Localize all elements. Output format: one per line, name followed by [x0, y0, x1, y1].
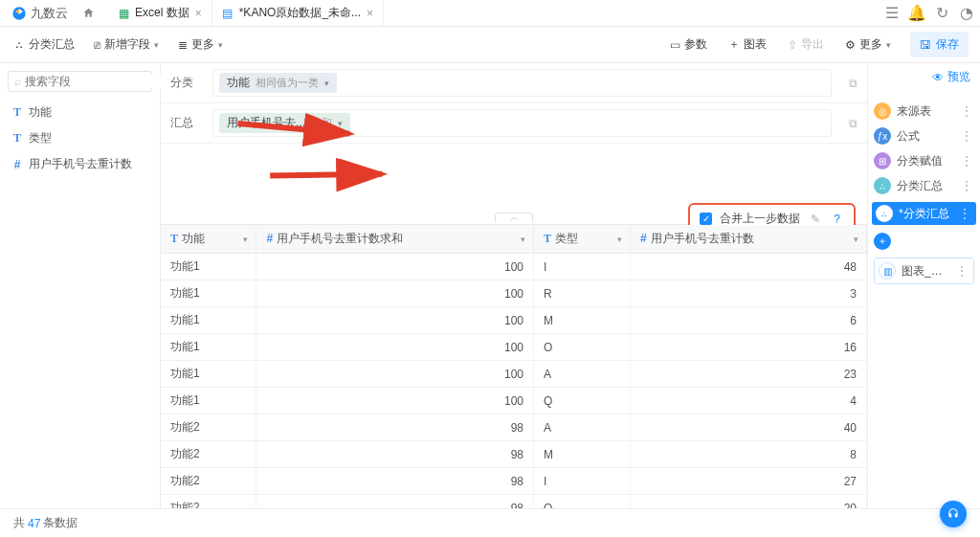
close-icon[interactable]: × [367, 7, 373, 20]
table-row[interactable]: 功能298O20 [161, 495, 867, 509]
kebab-icon[interactable]: ⋮ [959, 179, 974, 192]
gear-icon: ⚙ [845, 38, 856, 52]
row-label: 汇总 [170, 115, 203, 131]
tab-kano-data[interactable]: ▤ *KANO原始数据_未命... × [212, 0, 384, 26]
tab-label: *KANO原始数据_未命... [239, 5, 361, 21]
export-button[interactable]: ⇪ 导出 [786, 33, 826, 56]
user-icon[interactable]: ◔ [959, 6, 974, 21]
hierarchy-icon: ⛬ [13, 38, 25, 52]
chevron-down-icon: ▾ [218, 40, 223, 50]
table-row[interactable]: 功能298I27 [161, 468, 867, 495]
hierarchy-icon: ⛬ [876, 205, 893, 222]
field-item[interactable]: #用户手机号去重计数 [0, 151, 160, 177]
fx-icon: ƒx [874, 127, 891, 145]
chevron-down-icon: ▾ [324, 78, 329, 88]
dataset-icon: ▤ [222, 8, 234, 19]
column-header[interactable]: T功能▾ [161, 225, 256, 254]
node-category-assign[interactable]: ⊞分类赋值⋮ [874, 152, 974, 169]
document-tabs: ▦ Excel 数据 × ▤ *KANO原始数据_未命... × [108, 0, 384, 26]
table-row[interactable]: 功能298M8 [161, 441, 867, 468]
kebab-icon[interactable]: ⋮ [959, 104, 974, 118]
kebab-icon[interactable]: ⋮ [959, 154, 974, 168]
home-button[interactable] [76, 3, 100, 24]
chevron-down-icon: ▾ [521, 235, 525, 244]
copy-icon[interactable]: ⧉ [841, 117, 858, 130]
node-group-summary-1[interactable]: ⛬分类汇总⋮ [874, 177, 974, 194]
chevron-down-icon: ▾ [617, 235, 622, 244]
fields-panel: ⌕ T功能 T类型 #用户手机号去重计数 [0, 63, 161, 508]
list-icon: ≣ [178, 38, 188, 52]
help-fab[interactable] [940, 501, 967, 527]
top-bar: 九数云 ▦ Excel 数据 × ▤ *KANO原始数据_未命... × ☰ 🔔… [0, 0, 980, 27]
kebab-icon[interactable]: ⋮ [954, 264, 969, 278]
history-icon[interactable]: ↻ [934, 6, 949, 21]
group-by-row: 分类 功能 相同值为一类 ▾ ⧉ [161, 63, 867, 103]
node-source[interactable]: ◎来源表⋮ [874, 102, 974, 120]
group-pill[interactable]: 功能 相同值为一类 ▾ [219, 73, 337, 93]
app-logo: 九数云 [6, 5, 74, 22]
field-item[interactable]: T功能 [0, 100, 160, 125]
table-row[interactable]: 功能1100I48 [161, 254, 867, 280]
group-drop-area[interactable]: 功能 相同值为一类 ▾ [212, 69, 832, 97]
kebab-icon[interactable]: ⋮ [959, 129, 974, 143]
table-row[interactable]: 功能298A40 [161, 414, 867, 441]
table-row[interactable]: 功能1100M6 [161, 307, 867, 334]
source-icon: ◎ [874, 102, 891, 120]
more-actions-button[interactable]: ⚙ 更多 ▾ [843, 33, 893, 56]
search-input[interactable] [25, 75, 168, 88]
chevron-down-icon: ▾ [243, 235, 248, 244]
column-header[interactable]: #用户手机号去重计数求和▾ [256, 225, 534, 254]
bell-icon[interactable]: 🔔 [909, 6, 924, 21]
save-button[interactable]: 🖫 保存 [910, 32, 969, 57]
eye-icon: 👁 [932, 71, 944, 84]
edit-icon[interactable]: ✎ [808, 213, 822, 226]
tab-excel-data[interactable]: ▦ Excel 数据 × [108, 0, 212, 26]
more-button[interactable]: ≣ 更多 ▾ [176, 33, 225, 56]
kebab-icon[interactable]: ⋮ [957, 207, 972, 220]
row-count: 47 [28, 517, 40, 530]
table-row[interactable]: 功能1100O16 [161, 334, 867, 361]
plus-icon: ＋ [874, 233, 891, 250]
add-step-button[interactable]: ＋ [874, 233, 974, 250]
field-search[interactable]: ⌕ [8, 71, 152, 92]
chevron-down-icon: ▾ [854, 235, 858, 244]
chevron-down-icon: ▾ [338, 119, 343, 128]
headset-icon [947, 507, 960, 521]
pipeline-panel: 👁 预览 ◎来源表⋮ ƒx公式⋮ ⊞分类赋值⋮ ⛬分类汇总⋮ ⛬*分类汇总⋮ ＋… [867, 63, 980, 508]
result-table: T功能▾ #用户手机号去重计数求和▾ T类型▾ #用户手机号去重计数▾ 功能11… [161, 224, 867, 508]
tag-icon: ⊞ [874, 152, 891, 169]
params-button[interactable]: ▭ 参数 [668, 33, 709, 56]
logo-icon [11, 6, 27, 21]
excel-icon: ▦ [118, 8, 129, 19]
row-label: 分类 [170, 75, 203, 91]
agg-drop-area[interactable]: 用户手机号去... 求和 ▾ [212, 109, 832, 137]
merge-checkbox[interactable]: ✓ [700, 213, 712, 225]
list-icon[interactable]: ☰ [884, 6, 900, 21]
close-icon[interactable]: × [195, 7, 202, 20]
help-icon[interactable]: ? [830, 213, 844, 226]
main-area: ⌕ T功能 T类型 #用户手机号去重计数 分类 功能 相同值为一类 ▾ [0, 63, 980, 508]
status-bar: 共 47 条数据 [0, 508, 980, 537]
column-header[interactable]: T类型▾ [534, 225, 631, 254]
chevron-down-icon: ▾ [154, 40, 159, 50]
chart-button[interactable]: ＋ 图表 [726, 33, 768, 56]
node-chart[interactable]: ▥图表_32d1...⋮ [874, 257, 974, 284]
table-row[interactable]: 功能1100Q4 [161, 388, 867, 414]
topbar-actions: ☰ 🔔 ↻ ◔ [884, 6, 974, 21]
table-row[interactable]: 功能1100A23 [161, 361, 867, 388]
column-header[interactable]: #用户手机号去重计数▾ [630, 225, 866, 254]
agg-pill[interactable]: 用户手机号去... 求和 ▾ [219, 113, 350, 133]
add-field-button[interactable]: ⎚ 新增字段 ▾ [92, 33, 161, 56]
save-icon: 🖫 [920, 38, 931, 52]
hierarchy-icon: ⛬ [874, 177, 891, 194]
column-icon: ⎚ [94, 38, 100, 52]
group-summary-button[interactable]: ⛬ 分类汇总 [11, 33, 77, 56]
copy-icon[interactable]: ⧉ [841, 77, 858, 90]
table-row[interactable]: 功能1100R3 [161, 280, 867, 307]
node-formula[interactable]: ƒx公式⋮ [874, 127, 974, 145]
export-icon: ⇪ [788, 38, 797, 52]
field-item[interactable]: T类型 [0, 125, 160, 151]
chevron-down-icon: ▾ [886, 40, 891, 50]
preview-button[interactable]: 👁 预览 [868, 63, 980, 91]
node-group-summary-2[interactable]: ⛬*分类汇总⋮ [872, 202, 976, 225]
